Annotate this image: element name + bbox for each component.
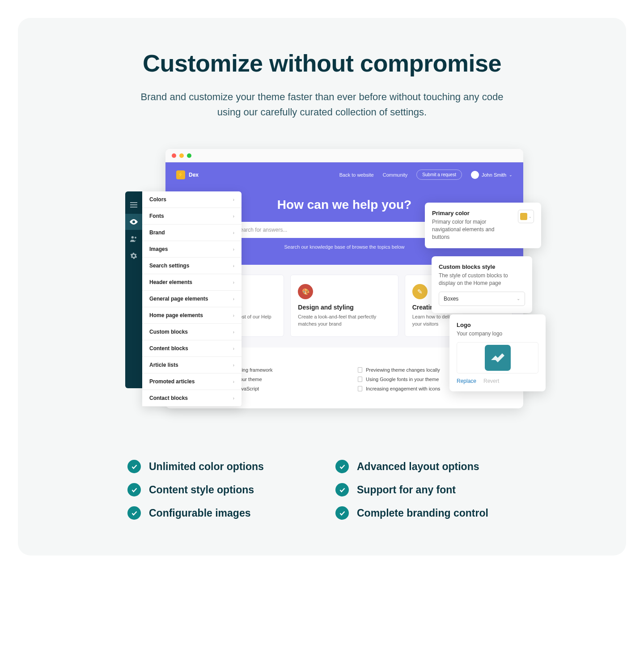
check-circle-icon [127, 460, 141, 473]
settings-item-custom-blocks[interactable]: Custom blocks› [142, 324, 242, 340]
feature-label: Advanced layout options [357, 461, 479, 473]
rail-eye-icon[interactable] [125, 214, 142, 230]
card-title: Design and styling [298, 304, 390, 311]
settings-item-search[interactable]: Search settings› [142, 258, 242, 274]
svg-rect-3 [130, 204, 137, 205]
palette-icon: 🎨 [298, 284, 313, 299]
check-circle-icon [335, 460, 349, 473]
feature-item: Configurable images [127, 506, 309, 520]
document-icon [358, 367, 362, 373]
browser-chrome [165, 149, 523, 162]
traffic-light-zoom-icon [187, 153, 191, 158]
swatch-color-icon [520, 213, 527, 220]
settings-item-colors[interactable]: Colors› [142, 191, 242, 208]
submit-request-button[interactable]: Submit a request [416, 170, 462, 180]
document-icon [358, 386, 362, 391]
settings-item-contact-blocks[interactable]: Contact blocks› [142, 390, 242, 407]
chevron-right-icon: › [233, 297, 234, 301]
settings-item-images[interactable]: Images› [142, 241, 242, 258]
check-circle-icon [127, 483, 141, 496]
logo-desc: Your company logo [457, 330, 538, 338]
traffic-light-close-icon [172, 153, 176, 158]
chevron-right-icon: › [233, 313, 234, 318]
settings-item-home-page[interactable]: Home page elements› [142, 307, 242, 324]
brand-name: Dex [189, 172, 199, 178]
chevron-down-icon: ⌄ [509, 173, 513, 177]
chevron-right-icon: › [233, 230, 234, 235]
nav-back-to-website[interactable]: Back to website [339, 172, 374, 178]
feature-label: Complete branding control [357, 507, 488, 519]
brand[interactable]: ⚡ Dex [176, 170, 199, 179]
rail-users-icon[interactable] [125, 231, 142, 247]
svg-point-5 [131, 236, 134, 238]
settings-item-general-page[interactable]: General page elements› [142, 291, 242, 307]
brand-logo-icon: ⚡ [176, 170, 185, 179]
logo-revert-button[interactable]: Revert [483, 378, 499, 384]
feature-item: Advanced layout options [335, 460, 517, 473]
custom-blocks-title: Custom blocks style [439, 263, 525, 270]
color-swatch-button[interactable]: ⌄ [518, 210, 534, 223]
card-desc: Create a look-and-feel that perfectly ma… [298, 314, 390, 327]
chevron-right-icon: › [233, 346, 234, 351]
page-subhead: Brand and customize your theme faster th… [130, 89, 514, 120]
chevron-right-icon: › [233, 197, 234, 202]
feature-label: Configurable images [149, 507, 250, 519]
rail-gear-icon[interactable] [125, 248, 142, 264]
svg-point-6 [135, 237, 136, 239]
svg-rect-2 [130, 202, 137, 203]
document-icon [358, 377, 362, 382]
feature-label: Content style options [149, 484, 254, 496]
page-headline: Customize without compromise [45, 49, 599, 77]
rail-menu-icon[interactable] [125, 197, 142, 213]
avatar-icon [471, 171, 479, 179]
settings-panel: Colors› Fonts› Brand› Images› Search set… [142, 191, 242, 407]
logo-replace-button[interactable]: Replace [457, 378, 476, 384]
chevron-down-icon: ⌄ [529, 215, 532, 219]
primary-color-popover: Primary color Primary color for major na… [425, 203, 541, 248]
primary-color-desc: Primary color for major navigational ele… [432, 218, 513, 241]
chevron-right-icon: › [233, 379, 234, 384]
custom-blocks-select[interactable]: Boxes ⌄ [439, 292, 525, 306]
chevron-right-icon: › [233, 263, 234, 268]
feature-item: Complete branding control [335, 506, 517, 520]
logo-preview [457, 342, 538, 373]
user-name: John Smith [482, 172, 506, 178]
user-menu[interactable]: John Smith ⌄ [471, 171, 513, 179]
select-value: Boxes [444, 296, 458, 302]
search-placeholder: Search for answers... [237, 227, 287, 233]
check-circle-icon [335, 483, 349, 496]
chevron-right-icon: › [233, 396, 234, 401]
feature-label: Unlimited color options [149, 461, 264, 473]
feature-label: Support for any font [357, 484, 456, 496]
settings-item-promoted-articles[interactable]: Promoted articles› [142, 373, 242, 390]
feature-checklist: Unlimited color options Advanced layout … [127, 460, 517, 520]
chevron-right-icon: › [233, 214, 234, 219]
settings-item-header[interactable]: Header elements› [142, 274, 242, 291]
custom-blocks-popover: Custom blocks style The style of custom … [432, 256, 532, 313]
settings-item-fonts[interactable]: Fonts› [142, 208, 242, 225]
chevron-right-icon: › [233, 247, 234, 252]
feature-item: Unlimited color options [127, 460, 309, 473]
svg-rect-4 [130, 207, 137, 208]
check-circle-icon [127, 506, 141, 520]
custom-blocks-desc: The style of custom blocks to display on… [439, 272, 525, 287]
settings-item-content-blocks[interactable]: Content blocks› [142, 340, 242, 357]
nav-community[interactable]: Community [383, 172, 408, 178]
traffic-light-minimize-icon [179, 153, 184, 158]
feature-item: Support for any font [335, 483, 517, 496]
logo-image-icon [485, 345, 511, 371]
chevron-right-icon: › [233, 363, 234, 368]
feature-item: Content style options [127, 483, 309, 496]
check-circle-icon [335, 506, 349, 520]
editor-rail [125, 191, 142, 388]
card-design-styling[interactable]: 🎨 Design and styling Create a look-and-f… [290, 275, 398, 337]
settings-item-article-lists[interactable]: Article lists› [142, 357, 242, 373]
logo-title: Logo [457, 322, 538, 328]
chevron-down-icon: ⌄ [517, 296, 520, 301]
settings-item-brand[interactable]: Brand› [142, 225, 242, 241]
edit-icon: ✎ [412, 284, 428, 299]
chevron-right-icon: › [233, 280, 234, 285]
chevron-right-icon: › [233, 330, 234, 335]
logo-popover: Logo Your company logo Replace Revert [449, 314, 546, 391]
primary-color-title: Primary color [432, 210, 513, 216]
